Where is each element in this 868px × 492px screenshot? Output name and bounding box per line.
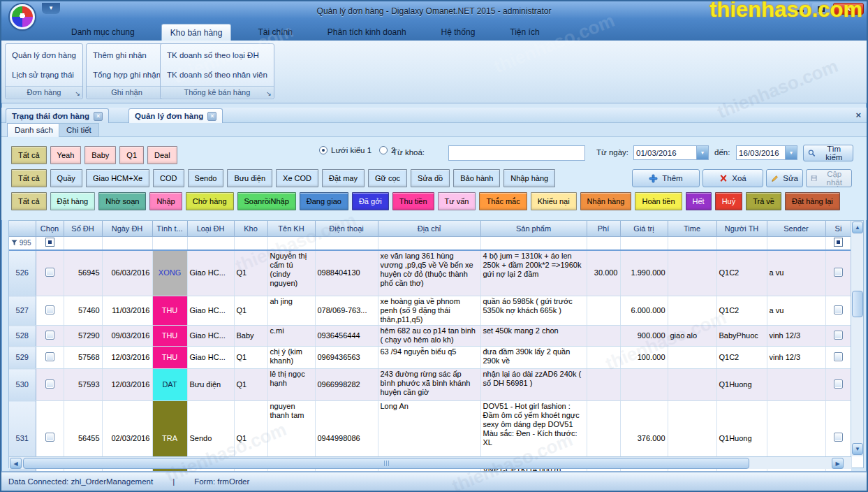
horizontal-scrollbar[interactable]: ◀ ▶ [9, 456, 851, 469]
calendar-dropdown-icon[interactable]: ▼ [785, 146, 797, 159]
row-checkbox[interactable] [45, 305, 54, 314]
to-date-input[interactable] [737, 146, 785, 159]
column-header[interactable]: Số ĐH [64, 221, 102, 236]
tab-close-icon[interactable]: × [207, 112, 216, 121]
maximize-button[interactable] [812, 3, 830, 15]
tab-trang-thai-don-hang[interactable]: Trạng thái đơn hàng × [6, 108, 109, 123]
row-checkbox[interactable] [45, 379, 54, 389]
ribbon-tab[interactable]: Hệ thống [433, 24, 484, 41]
ribbon-command[interactable]: TK doanh số theo loại ĐH [161, 45, 274, 65]
column-header[interactable]: Địa chỉ [378, 221, 480, 236]
dialog-launcher-icon[interactable]: ↘ [75, 88, 80, 100]
add-button[interactable]: Thêm [632, 169, 700, 187]
ribbon-command[interactable]: Quản lý đơn hàng [6, 45, 82, 65]
tab-chi-tiet[interactable]: Chi tiết [59, 123, 99, 137]
filter-button[interactable]: Quầy [50, 169, 82, 187]
ribbon-command[interactable]: TK doanh số theo nhân viên [161, 65, 274, 85]
filter-button[interactable]: Xe COD [276, 169, 318, 187]
filter-button[interactable]: Thắc mắc [479, 192, 527, 210]
filter-button[interactable]: Nhập hàng [503, 169, 555, 187]
scroll-left-icon[interactable]: ◀ [10, 458, 22, 469]
filter-button[interactable]: Đặt hàng lại [785, 192, 840, 210]
column-header[interactable]: Sender [767, 221, 825, 236]
close-view-icon[interactable]: × [855, 110, 861, 120]
column-header[interactable]: Phí [587, 221, 620, 236]
filter-button[interactable]: Hết [686, 192, 712, 210]
column-header[interactable]: Kho [234, 221, 267, 236]
filter-button[interactable]: Hoàn tiền [635, 192, 682, 210]
filter-button[interactable]: Nhờ soạn [98, 192, 146, 210]
filter-button[interactable]: Deal [147, 146, 177, 164]
filter-button[interactable]: Đặt hàng [50, 192, 96, 210]
filter-button[interactable]: Nhận hàng [580, 192, 632, 210]
ribbon-tab[interactable]: Tài chính [249, 24, 300, 41]
filter-button[interactable]: Bưu điện [227, 169, 272, 187]
filter-button[interactable]: Đang giao [300, 192, 348, 210]
row-si-checkbox[interactable] [834, 268, 843, 277]
order-row[interactable]: 530 57593 12/03/2016 DAT Bưu điện Q1 lê … [9, 369, 851, 401]
row-si-checkbox[interactable] [834, 379, 843, 389]
minimize-button[interactable] [791, 3, 809, 15]
filter-button[interactable]: Yeah [50, 146, 82, 164]
column-header[interactable]: Tên KH [267, 221, 315, 236]
from-date-input[interactable] [634, 146, 696, 159]
from-date-picker[interactable]: ▼ [633, 145, 709, 160]
ribbon-tab[interactable]: Kho bán hàng [161, 24, 232, 41]
filter-button[interactable]: Chờ hàng [186, 192, 234, 210]
column-header[interactable]: Loại ĐH [187, 221, 234, 236]
filter-button[interactable]: SoạnrồiNhập [237, 192, 296, 210]
filter-button[interactable]: Nhập [149, 192, 182, 210]
row-checkbox[interactable] [45, 268, 54, 277]
column-header[interactable]: Si [825, 221, 851, 236]
to-date-picker[interactable]: ▼ [736, 145, 797, 160]
app-logo-icon[interactable] [10, 4, 35, 29]
row-si-checkbox[interactable] [834, 352, 843, 361]
ribbon-tab[interactable]: Tiện ích [501, 24, 547, 41]
keyword-input[interactable] [448, 145, 585, 161]
filter-button[interactable]: Tất cả [11, 192, 47, 210]
order-row[interactable]: 526 56945 06/03/2016 XONG Giao HC... Q1 … [9, 250, 851, 296]
order-row[interactable]: 528 57290 09/03/2016 THU Giao HC... Baby… [9, 326, 851, 347]
filter-button[interactable]: Tất cả [11, 169, 47, 187]
column-header[interactable]: Time [668, 221, 716, 236]
filter-button[interactable]: Thu tiền [392, 192, 434, 210]
filter-button[interactable]: Giao HCM+Xe [86, 169, 149, 187]
row-checkbox[interactable] [45, 331, 54, 340]
column-header[interactable]: Ngày ĐH [102, 221, 152, 236]
edit-button[interactable]: Sửa [766, 169, 803, 187]
order-row[interactable]: 529 57568 12/03/2016 THU Giao HC... Q1 c… [9, 347, 851, 369]
tab-danh-sach[interactable]: Danh sách [7, 123, 61, 137]
filter-button[interactable]: Huỷ [715, 192, 743, 210]
filter-button[interactable]: Sửa đồ [411, 169, 450, 187]
scroll-up-icon[interactable]: ▲ [852, 222, 863, 233]
ribbon-tab[interactable]: Danh mục chung [63, 24, 143, 41]
radio-grid-style-1[interactable] [319, 146, 328, 154]
column-header[interactable]: Người TH [716, 221, 767, 236]
column-header[interactable] [9, 221, 36, 236]
radio-grid-style-2[interactable] [379, 146, 388, 154]
ribbon-tab[interactable]: Phân tích kinh doanh [319, 24, 415, 41]
scroll-down-icon[interactable]: ▼ [852, 443, 863, 455]
column-header[interactable]: Điện thoại [315, 221, 378, 236]
filter-button[interactable]: Đặt may [322, 169, 365, 187]
calendar-dropdown-icon[interactable]: ▼ [696, 146, 708, 159]
filter-button[interactable]: Tư vấn [438, 192, 476, 210]
select-all-si-checkbox[interactable] [834, 238, 843, 247]
row-checkbox[interactable] [45, 352, 54, 361]
filter-button[interactable]: Đã gởi [352, 192, 389, 210]
update-button[interactable]: Cập nhật [806, 169, 852, 187]
delete-button[interactable]: Xoá [703, 169, 763, 187]
search-button[interactable]: Tìm kiếm [803, 145, 853, 161]
filter-icon[interactable] [11, 240, 17, 246]
tab-quan-ly-don-hang[interactable]: Quản lý đơn hàng × [128, 108, 223, 123]
row-si-checkbox[interactable] [834, 305, 843, 314]
filter-button[interactable]: Tất cả [11, 146, 47, 164]
filter-button[interactable]: Khiếu nại [531, 192, 577, 210]
column-header[interactable]: Sản phẩm [480, 221, 587, 236]
dialog-launcher-icon[interactable]: ↘ [266, 88, 272, 100]
filter-button[interactable]: Baby [84, 146, 116, 164]
tab-close-icon[interactable]: × [94, 112, 103, 121]
order-row[interactable]: 527 57460 11/03/2016 THU Giao HC... Q1 a… [9, 296, 851, 326]
vertical-scrollbar[interactable]: ▲ ▼ [851, 221, 863, 456]
filter-button[interactable]: Q1 [119, 146, 144, 164]
